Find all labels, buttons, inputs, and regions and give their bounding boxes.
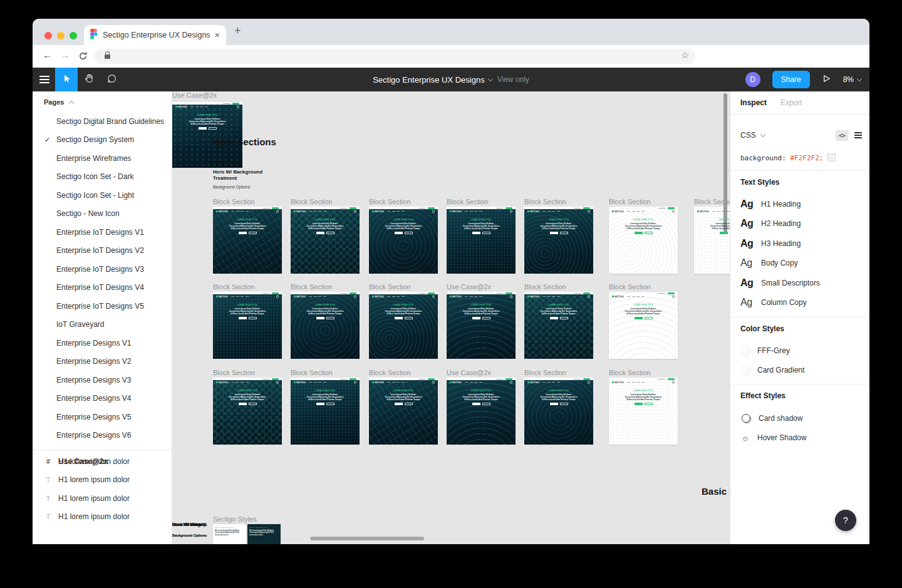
option-title[interactable]: Basic Section W. xyxy=(172,522,260,527)
canvas-frame[interactable]: Block Section SECTIGO LOREM IPSUM TITLE … xyxy=(609,369,678,376)
canvas-frame[interactable]: Block Section SECTIGO LOREM IPSUM TITLE … xyxy=(609,198,678,205)
comment-tool-button[interactable] xyxy=(100,68,123,91)
canvas-frame[interactable]: Block Section SECTIGO LOREM IPSUM TITLE … xyxy=(213,369,282,445)
frame-thumbnail[interactable]: SECTIGO LOREM IPSUM TITLE Lorem Ipsum Do… xyxy=(609,207,678,274)
color-style-item[interactable]: FFF-Grey xyxy=(730,341,869,361)
sidebar-page-item[interactable]: ✓ Enterprise Designs V4 xyxy=(33,389,172,408)
frame-thumbnail[interactable]: SECTIGO LOREM IPSUM TITLE Lorem Ipsum Do… xyxy=(524,378,593,445)
sidebar-page-item[interactable]: ✓ Enterprise Wireframes xyxy=(33,149,172,168)
canvas-frame[interactable]: Block Section SECTIGO LOREM IPSUM TITLE … xyxy=(213,198,282,274)
text-style-item[interactable]: Ag H3 Heading xyxy=(730,234,869,254)
sidebar-page-item[interactable]: ✓ Enterprise Designs V3 xyxy=(33,371,172,389)
sidebar-page-item[interactable]: ✓ Enterprise IoT Designs V1 xyxy=(33,223,172,242)
frame-thumbnail[interactable]: SECTIGO LOREM IPSUM TITLE Lorem Ipsum Do… xyxy=(369,292,438,359)
lock-icon[interactable] xyxy=(105,54,110,59)
canvas-frame[interactable]: Block Section SECTIGO LOREM IPSUM TITLE … xyxy=(524,369,593,445)
text-style-item[interactable]: Ag Column Copy xyxy=(730,293,869,313)
frame-thumbnail[interactable]: SECTIGO LOREM IPSUM TITLE Lorem Ipsum Do… xyxy=(609,292,678,359)
effect-style-item[interactable]: ☼ Hover Shadow xyxy=(730,428,869,448)
canvas-text-group[interactable]: Basic Section W. Background Options: xyxy=(172,522,260,537)
canvas-frame[interactable]: Block Section SECTIGO LOREM IPSUM TITLE … xyxy=(524,198,593,274)
frame-label[interactable]: Block Section xyxy=(369,198,438,207)
main-menu-button[interactable] xyxy=(33,68,55,91)
layer-item[interactable]: T H1 lorem ipsum dolor xyxy=(33,508,172,527)
chevron-down-icon[interactable] xyxy=(488,76,493,81)
address-bar[interactable]: ☆ xyxy=(94,49,695,64)
frame-label[interactable]: Block Section xyxy=(609,198,678,207)
frame-thumbnail[interactable]: SECTIGO LOREM IPSUM TITLE Lorem Ipsum Do… xyxy=(291,378,360,445)
frame-thumbnail[interactable]: SECTIGO LOREM IPSUM TITLE Lorem Ipsum Do… xyxy=(213,207,282,274)
help-button[interactable]: ? xyxy=(835,510,856,531)
sidebar-page-item[interactable]: ✓ Enterprise IoT Designs V5 xyxy=(33,297,172,316)
canvas-frame[interactable]: Block Section SECTIGO LOREM IPSUM TITLE … xyxy=(609,283,678,291)
forward-icon[interactable]: → xyxy=(60,49,70,60)
canvas-frame[interactable]: Block Section SECTIGO LOREM IPSUM TITLE … xyxy=(524,283,593,359)
frame-label[interactable]: Use Case@2x xyxy=(172,91,241,100)
canvas-frame[interactable]: Use Case@2x SECTIGO LOREM IPSUM TITLE Lo… xyxy=(172,91,241,168)
frame-label[interactable]: Block Section xyxy=(291,198,360,207)
frame-thumbnail[interactable]: SECTIGO LOREM IPSUM TITLE Lorem Ipsum Do… xyxy=(172,102,242,168)
maximize-window-button[interactable] xyxy=(70,32,77,39)
canvas-frame[interactable]: Block Section SECTIGO LOREM IPSUM TITLE … xyxy=(291,283,360,359)
color-style-item[interactable]: Card Gradient xyxy=(730,361,869,381)
frame-label[interactable]: Block Section xyxy=(291,283,360,292)
frame-thumbnail[interactable]: SECTIGO LOREM IPSUM TITLE Lorem Ipsum Do… xyxy=(694,207,730,274)
canvas-frame[interactable]: Block Section SECTIGO LOREM IPSUM TITLE … xyxy=(369,369,438,445)
sidebar-page-item[interactable]: ✓ Enterprise IoT Designs V2 xyxy=(33,242,172,260)
present-button[interactable] xyxy=(822,74,831,86)
design-canvas[interactable]: Use Case@2x SECTIGO LOREM IPSUM TITLE Lo… xyxy=(172,91,730,544)
hand-tool-button[interactable] xyxy=(78,68,100,91)
basic-section-title[interactable]: Basic S xyxy=(702,486,730,497)
frame-label[interactable]: Block Section xyxy=(524,369,593,378)
subsection-title[interactable]: Hero W/ Background Treatment xyxy=(213,169,263,182)
sidebar-page-item[interactable]: ✓ Sectigo Design System xyxy=(33,131,172,150)
tab-inspect[interactable]: Inspect xyxy=(740,98,767,107)
bookmark-star-icon[interactable]: ☆ xyxy=(681,50,689,60)
effect-style-item[interactable]: Card shadow xyxy=(730,408,869,428)
frame-label[interactable]: Use Case@2x xyxy=(447,369,516,378)
frame-label[interactable]: Block Section xyxy=(524,198,593,207)
frame-label[interactable]: Block Section xyxy=(369,369,438,378)
share-button[interactable]: Share xyxy=(772,71,810,88)
sidebar-page-item[interactable]: ✓ IoT Graveyard xyxy=(33,316,172,334)
frame-thumbnail[interactable]: SECTIGO LOREM IPSUM TITLE Lorem Ipsum Do… xyxy=(213,378,282,445)
chevron-up-icon[interactable] xyxy=(69,100,74,105)
frame-label[interactable]: Block Section xyxy=(213,369,282,378)
sidebar-page-item[interactable]: ✓ Sectigo - New Icon xyxy=(33,205,172,224)
option-subtitle[interactable]: Background Options: xyxy=(172,534,260,537)
sidebar-page-item[interactable]: ✓ Sectigo Icon Set - Light xyxy=(33,186,172,205)
frame-label[interactable]: Block Section xyxy=(213,198,282,207)
frame-thumbnail[interactable]: SECTIGO LOREM IPSUM TITLE Lorem Ipsum Do… xyxy=(213,292,282,359)
browser-tab[interactable]: Sectigo Enterprise UX Designs × xyxy=(84,25,226,45)
frame-thumbnail[interactable]: SECTIGO LOREM IPSUM TITLE Lorem Ipsum Do… xyxy=(369,207,438,274)
frame-label[interactable]: Block Section xyxy=(447,198,516,207)
frame-thumbnail[interactable]: SECTIGO LOREM IPSUM TITLE Lorem Ipsum Do… xyxy=(524,207,593,274)
canvas-frame[interactable]: Use Case@2x SECTIGO LOREM IPSUM TITLE Lo… xyxy=(447,369,516,445)
frame-thumbnail[interactable]: SECTIGO LOREM IPSUM TITLE Lorem Ipsum Do… xyxy=(291,207,360,274)
reload-icon[interactable] xyxy=(78,51,88,63)
frame-label[interactable]: Block Section xyxy=(609,283,678,292)
canvas-frame[interactable]: Block Section SECTIGO LOREM IPSUM TITLE … xyxy=(291,369,360,445)
frame-label[interactable]: Block Section xyxy=(213,283,282,292)
zoom-control[interactable]: 8% xyxy=(843,75,861,84)
sidebar-page-item[interactable]: ✓ Enterprise IoT Designs V3 xyxy=(33,260,172,279)
text-style-item[interactable]: Ag Small Descriptors xyxy=(730,273,869,293)
frame-label[interactable]: Block Section xyxy=(369,283,438,292)
canvas-frame[interactable]: Use Case@2x SECTIGO LOREM IPSUM TITLE Lo… xyxy=(447,283,516,359)
color-swatch[interactable] xyxy=(827,153,836,162)
text-style-item[interactable]: Ag H2 Heading xyxy=(730,214,869,234)
back-icon[interactable]: ← xyxy=(43,49,52,60)
frame-label[interactable]: Block Section xyxy=(291,369,360,378)
frame-thumbnail[interactable]: SECTIGO LOREM IPSUM TITLE Lorem Ipsum Do… xyxy=(447,378,516,445)
new-tab-button[interactable]: + xyxy=(234,24,241,38)
frame-thumbnail[interactable]: SECTIGO LOREM IPSUM TITLE Lorem Ipsum Do… xyxy=(369,378,438,445)
frame-label[interactable]: Block Section xyxy=(609,369,678,378)
frame-thumbnail[interactable]: SECTIGO LOREM IPSUM TITLE Lorem Ipsum Do… xyxy=(291,292,360,359)
css-label[interactable]: CSS xyxy=(740,131,756,140)
chevron-down-icon[interactable] xyxy=(760,132,765,137)
file-title-group[interactable]: Sectigo Enterprise UX Designs View only xyxy=(373,68,529,91)
background-options-label[interactable]: Background Options: xyxy=(213,185,251,189)
sidebar-page-item[interactable]: ✓ Enterprise Designs V6 xyxy=(33,426,172,445)
canvas-frame[interactable]: Block Section SECTIGO LOREM IPSUM TITLE … xyxy=(447,198,516,274)
text-style-item[interactable]: Ag H1 Heading xyxy=(730,194,869,214)
